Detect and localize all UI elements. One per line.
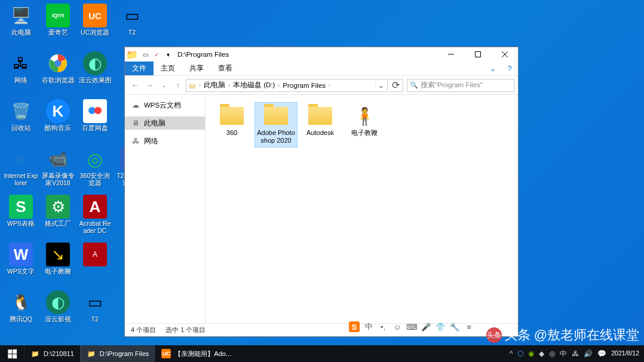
tray-network-icon[interactable]: 🖧 [572,349,579,358]
tray-volume-icon[interactable]: 🔊 [584,349,593,358]
tray-shield-icon[interactable]: ⬡ [517,349,523,358]
desktop-icon-qq[interactable]: 🐧腾讯QQ [2,290,39,338]
desktop-icon-pointer[interactable]: ↘电子教鞭 [39,243,76,290]
ime-bar[interactable]: S 中 •, ☺ ⌨ 🎤 👕 🔧 ≡ [348,320,476,333]
ime-skin-icon[interactable]: 👕 [435,321,446,332]
tab-home[interactable]: 主页 [154,62,182,75]
chevron-right-icon[interactable]: › [327,82,332,88]
tab-view[interactable]: 查看 [211,62,240,75]
ime-mode[interactable]: 中 [363,321,374,332]
desktop-icon-xuanyun-render[interactable]: ◐渲云效果图 [76,51,114,99]
refresh-button[interactable]: ⟳ [389,79,403,92]
system-tray[interactable]: ^ ⬡ ◉ ◆ ◎ 中 🖧 🔊 💬 2021/8/12 [505,349,644,359]
up-button[interactable]: ↑ [171,79,185,92]
desktop-icon-format-factory[interactable]: ⚙格式工厂 [39,195,76,243]
start-button[interactable] [0,345,24,362]
ime-punct-icon[interactable]: •, [378,321,388,332]
crumb-folder[interactable]: Program Files [281,82,327,89]
tray-date[interactable]: 2021/8/12 [611,350,639,357]
desktop-icon-kugou[interactable]: K酷狗音乐 [39,99,76,147]
ribbon-tabs: 文件 主页 共享 查看 ⌄ ? [125,62,518,76]
desktop-icon-iqiyi[interactable]: iQIYI爱奇艺 [39,4,76,51]
svg-rect-5 [475,52,480,57]
taskbar-item-2[interactable]: UC【亲测能用】Ado... [155,345,237,362]
desktop-icon-screen-recorder[interactable]: 📹屏幕录像专家V2018 [39,147,76,195]
toutiao-icon: 头条 [486,327,502,343]
desktop-icon-network[interactable]: 🖧网络 [2,51,39,99]
desktop-icon-chrome[interactable]: 谷歌浏览器 [39,51,76,99]
cloud-icon: ☁ [131,100,140,110]
taskbar-item-1[interactable]: 📁D:\Program Files [80,345,155,362]
nav-network[interactable]: 🖧网络 [125,134,205,148]
desktop-icon-360browser[interactable]: ◎360安全浏览器 [76,147,114,195]
qat-dropdown-icon[interactable]: ▾ [163,50,173,59]
ime-menu-icon[interactable]: ≡ [464,321,474,332]
tray-action-center-icon[interactable]: 💬 [597,349,606,358]
status-count: 4 个项目 [131,326,156,335]
folder-360[interactable]: 360 [210,102,253,140]
tab-file[interactable]: 文件 [125,62,154,75]
tray-ime[interactable]: 中 [560,349,567,359]
ribbon-expand-icon[interactable]: ⌄ [484,62,501,75]
tab-share[interactable]: 共享 [182,62,211,75]
desktop-icon-recycle-bin[interactable]: 🗑️回收站 [2,99,39,147]
window-title: D:\Program Files [177,51,437,58]
titlebar[interactable]: 📁 ▭ ✓ ▾ D:\Program Files [125,47,518,62]
explorer-window: 📁 ▭ ✓ ▾ D:\Program Files 文件 主页 共享 查看 ⌄ ?… [124,47,519,337]
desktop-icon-wps-sheet[interactable]: SWPS表格 [2,195,39,243]
search-box[interactable]: 🔍 搜索"Program Files" [407,79,514,92]
file-list[interactable]: 360 Adobe Photoshop 2020 Autodesk 🧍电子教鞭 [206,95,518,323]
app-pointer[interactable]: 🧍电子教鞭 [343,102,386,140]
drive-icon: 🖴 [188,82,197,89]
desktop-icon-partial-1[interactable]: A [76,243,114,290]
ime-keyboard-icon[interactable]: ⌨ [406,321,417,332]
breadcrumb-bar[interactable]: 🖴 › 此电脑 › 本地磁盘 (D:) › Program Files › ⌄ [186,79,388,92]
desktop-icon-baidu-netdisk[interactable]: 百度网盘 [76,99,114,147]
pc-icon: 🖥 [131,118,140,128]
desktop-icon-wps-word[interactable]: WWPS文字 [2,243,39,290]
tray-app2-icon[interactable]: ◎ [549,349,555,358]
nav-this-pc[interactable]: 🖥此电脑 [125,116,205,130]
qat-properties-icon[interactable]: ▭ [140,50,150,59]
tray-nvidia-icon[interactable]: ◉ [528,349,534,358]
forward-button[interactable]: → [143,79,156,92]
ime-tool-icon[interactable]: 🔧 [449,321,460,332]
nav-wps-cloud[interactable]: ☁WPS云文档 [125,99,205,112]
back-button[interactable]: ← [128,79,142,92]
tray-up-icon[interactable]: ^ [510,349,513,358]
watermark: 头条 头条 @敖老师在线课堂 [486,326,639,344]
desktop-icon-partial-2[interactable]: ▭T2 [76,290,114,338]
crumb-pc[interactable]: 此电脑 [203,81,226,90]
maximize-button[interactable] [464,47,491,62]
help-icon[interactable]: ? [501,62,518,75]
ime-emoji-icon[interactable]: ☺ [392,321,403,332]
address-dropdown-icon[interactable]: ⌄ [375,81,386,90]
sogou-icon[interactable]: S [349,321,360,332]
recent-locations-icon[interactable]: ⌄ [157,79,170,92]
folder-autodesk[interactable]: Autodesk [299,102,342,140]
chevron-right-icon[interactable]: › [197,82,203,88]
chevron-right-icon[interactable]: › [276,82,281,88]
desktop-icon-uc[interactable]: UCUC浏览器 [76,4,114,51]
desktop-icon-ie[interactable]: eInternet Explorer [2,147,39,195]
folder-icon: 📁 [87,349,96,358]
quick-access-toolbar: ▭ ✓ ▾ [140,50,173,59]
taskbar-item-0[interactable]: 📁D:\210811 [24,345,80,362]
close-button[interactable] [491,47,518,62]
crumb-drive[interactable]: 本地磁盘 (D:) [232,81,276,90]
desktop-icon-acrobat[interactable]: AAcrobat Reader DC [76,195,114,243]
desktop-icon-this-pc[interactable]: 🖥️此电脑 [2,4,39,51]
desktop-icon-xuanyun-video[interactable]: ◐渲云影视 [39,290,76,338]
chevron-right-icon[interactable]: › [226,82,232,88]
svg-point-3 [94,107,102,114]
ime-voice-icon[interactable]: 🎤 [421,321,431,332]
tray-app-icon[interactable]: ◆ [539,349,544,358]
minimize-button[interactable] [437,47,464,62]
qat-check-icon[interactable]: ✓ [152,50,161,59]
folder-adobe-photoshop[interactable]: Adobe Photoshop 2020 [254,102,298,148]
status-selected: 选中 1 个项目 [165,326,206,335]
desktop-icon-partial-3[interactable]: ▭T2 [114,4,151,51]
folder-icon: 📁 [30,349,40,358]
address-bar-row: ← → ⌄ ↑ 🖴 › 此电脑 › 本地磁盘 (D:) › Program Fi… [125,76,518,95]
taskbar: 📁D:\210811 📁D:\Program Files UC【亲测能用】Ado… [0,345,644,362]
